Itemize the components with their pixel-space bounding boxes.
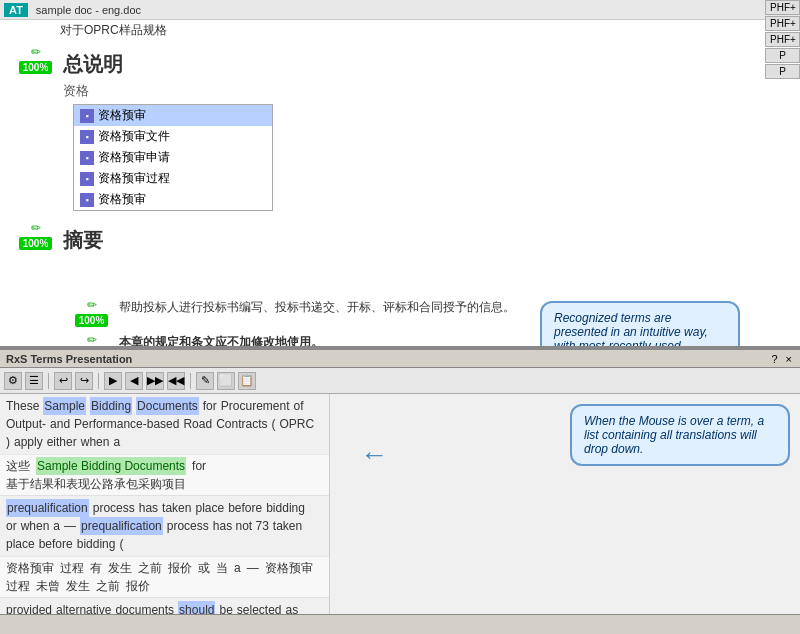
eng-word-or1: or	[6, 517, 17, 535]
toolbar-icon-edit[interactable]: ✎	[196, 372, 214, 390]
dropdown-item-0[interactable]: ▪ 资格预审	[74, 105, 272, 126]
eng-row-2: prequalification process has taken place…	[0, 496, 329, 557]
eng-word-taken2: taken	[273, 517, 302, 535]
zh-word-before2-zh: 之前	[96, 577, 120, 595]
pencil-icon-1: ✏	[87, 298, 97, 312]
general-content: 总说明 资格 ▪ 资格预审 ▪ 资格预审文件 ▪	[63, 45, 792, 211]
terms-panel-title: RxS Terms Presentation	[6, 353, 132, 365]
terms-toolbar: ⚙ ☰ ↩ ↪ ▶ ◀ ▶▶ ◀◀ ✎ ⬜ 📋	[0, 368, 800, 394]
eng-word-has1: has	[139, 499, 158, 517]
eng-word-sample: Sample	[43, 397, 86, 415]
phf-btn-2[interactable]: PHF+	[765, 16, 800, 31]
toolbar-sep-1	[48, 373, 49, 389]
eng-word-place2: place	[6, 535, 35, 553]
terms-close-btn[interactable]: ×	[784, 353, 794, 365]
eng-word-taken1: taken	[162, 499, 191, 517]
dropdown-item-4[interactable]: ▪ 资格预审	[74, 189, 272, 210]
general-badge-col: ✏ 100%	[8, 45, 63, 211]
toolbar-icon-copy[interactable]: 📋	[238, 372, 256, 390]
eng-word-process2: process	[167, 517, 209, 535]
zh-word-process2: 过程	[6, 577, 30, 595]
eng-word-prequalification1: prequalification	[6, 499, 89, 517]
doc-callout: Recognized terms are presented in an int…	[540, 301, 740, 348]
zh-word-bidding2-zh: 报价	[126, 577, 150, 595]
status-bar	[0, 614, 800, 634]
zh-word-before-zh: 之前	[138, 559, 162, 577]
terms-left-panel: These Sample Bidding Documents for Procu…	[0, 394, 330, 634]
eng-word-apply: apply	[14, 433, 43, 451]
dropdown-item-2[interactable]: ▪ 资格预审申请	[74, 147, 272, 168]
eng-word-either: either	[47, 433, 77, 451]
toolbar-icon-redo[interactable]: ↪	[75, 372, 93, 390]
zh-row-1: 这些 Sample Bidding Documents for 基于结果和表现公…	[0, 455, 329, 496]
toolbar-icon-undo[interactable]: ↩	[54, 372, 72, 390]
summary-heading: 摘要	[63, 227, 792, 254]
terms-right-panel: ← When the Mouse is over a term, a list …	[330, 394, 800, 634]
dropdown-item-1[interactable]: ▪ 资格预审文件	[74, 126, 272, 147]
zh-word-sample-bidding: Sample Bidding Documents	[36, 457, 186, 475]
eng-word-documents: Documents	[136, 397, 199, 415]
doc-tag: AT	[4, 3, 28, 17]
eng-word-bidding: Bidding	[90, 397, 132, 415]
pencil-icon-general: ✏	[31, 45, 41, 59]
terms-content: These Sample Bidding Documents for Procu…	[0, 394, 800, 634]
summary-content: 摘要	[63, 221, 792, 258]
phf-btn-1[interactable]: PHF+	[765, 0, 800, 15]
dropdown-icon-0: ▪	[80, 109, 94, 123]
dropdown-label-0: 资格预审	[98, 107, 146, 124]
eng-word-before1: before	[228, 499, 262, 517]
general-dropdown[interactable]: ▪ 资格预审 ▪ 资格预审文件 ▪ 资格预审申请 ▪	[73, 104, 273, 211]
summary-section: ✏ 100% 摘要	[8, 221, 792, 258]
pencil-icon-2: ✏	[87, 333, 97, 347]
eng-word-prequalification2: prequalification	[80, 517, 163, 535]
eng-word-for: for	[203, 397, 217, 415]
zh-word-procurement-zh: 基于结果和表现公路承包采购项目	[6, 475, 186, 493]
progress-badge-summary: 100%	[19, 237, 53, 250]
terms-panel: RxS Terms Presentation ? × ⚙ ☰ ↩ ↪ ▶ ◀ ▶…	[0, 348, 800, 634]
doc-content: ✏ 100% 总说明 资格 ▪ 资格预审 ▪ 资格预审文件	[0, 41, 800, 348]
toolbar-icon-play[interactable]: ▶	[104, 372, 122, 390]
zh-word-or-zh: 或	[198, 559, 210, 577]
dropdown-label-2: 资格预审申请	[98, 149, 170, 166]
eng-word-oprc: OPRC	[280, 415, 315, 433]
toolbar-sep-2	[98, 373, 99, 389]
eng-word-performance: Performance-based	[74, 415, 179, 433]
dropdown-label-1: 资格预审文件	[98, 128, 170, 145]
text-line-2: 本章的规定和条文应不加修改地使用。	[119, 333, 323, 348]
dropdown-item-3[interactable]: ▪ 资格预审过程	[74, 168, 272, 189]
toolbar-icon-box[interactable]: ⬜	[217, 372, 235, 390]
toolbar-icon-fast-back[interactable]: ◀◀	[167, 372, 185, 390]
dropdown-icon-2: ▪	[80, 151, 94, 165]
general-section: ✏ 100% 总说明 资格 ▪ 资格预审 ▪ 资格预审文件	[8, 45, 792, 211]
eng-row-1: These Sample Bidding Documents for Procu…	[0, 394, 329, 455]
terms-controls: ? ×	[769, 353, 794, 365]
eng-word-a1: a	[113, 433, 120, 451]
toolbar-icon-fast-fwd[interactable]: ▶▶	[146, 372, 164, 390]
zh-word-preq2: 资格预审	[265, 559, 313, 577]
general-heading: 总说明	[63, 51, 792, 78]
dropdown-icon-3: ▪	[80, 172, 94, 186]
status-text	[6, 618, 16, 632]
toolbar-icon-settings[interactable]: ⚙	[4, 372, 22, 390]
eng-word-paren3: (	[119, 535, 123, 553]
doc-title: 对于OPRC样品规格	[0, 20, 800, 41]
dropdown-label-4: 资格预审	[98, 191, 146, 208]
toolbar-icon-list[interactable]: ☰	[25, 372, 43, 390]
eng-word-procurement: Procurement	[221, 397, 290, 415]
progress-badge-general: 100%	[19, 61, 53, 74]
zh-word-dash-zh: —	[247, 559, 259, 577]
eng-word-bidding1: bidding	[266, 499, 305, 517]
eng-word: These	[6, 397, 39, 415]
zh-word-when-zh: 当	[216, 559, 228, 577]
zh-word-hasnot-zh: 未曾	[36, 577, 60, 595]
zh-row-2: 资格预审 过程 有 发生 之前 报价 或 当 a — 资格预审 过程 未曾 发生…	[0, 557, 329, 598]
terms-help-btn[interactable]: ?	[769, 353, 779, 365]
eng-word-dash1: —	[64, 517, 76, 535]
toolbar-sep-3	[190, 373, 191, 389]
eng-word-process1: process	[93, 499, 135, 517]
eng-word-road: Road	[183, 415, 212, 433]
summary-badge-col: ✏ 100%	[8, 221, 63, 258]
dropdown-icon-1: ▪	[80, 130, 94, 144]
toolbar-icon-back[interactable]: ◀	[125, 372, 143, 390]
dropdown-label-3: 资格预审过程	[98, 170, 170, 187]
